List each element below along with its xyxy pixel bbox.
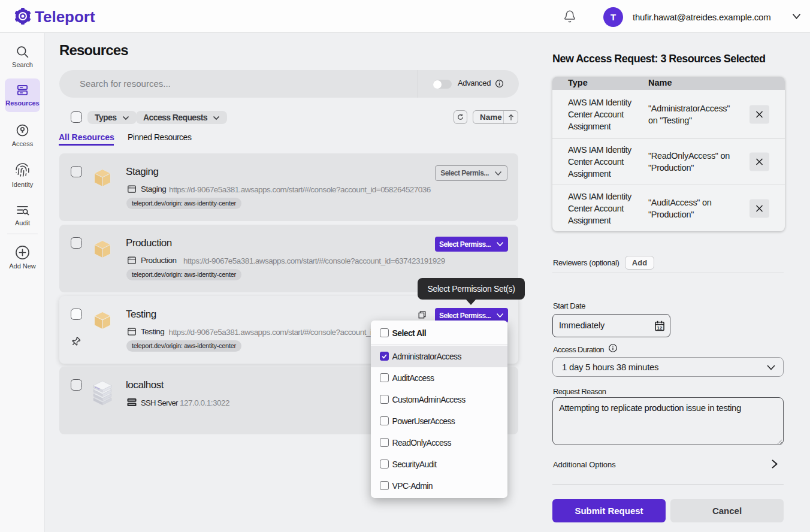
svg-text:12: 12 [657, 325, 663, 331]
